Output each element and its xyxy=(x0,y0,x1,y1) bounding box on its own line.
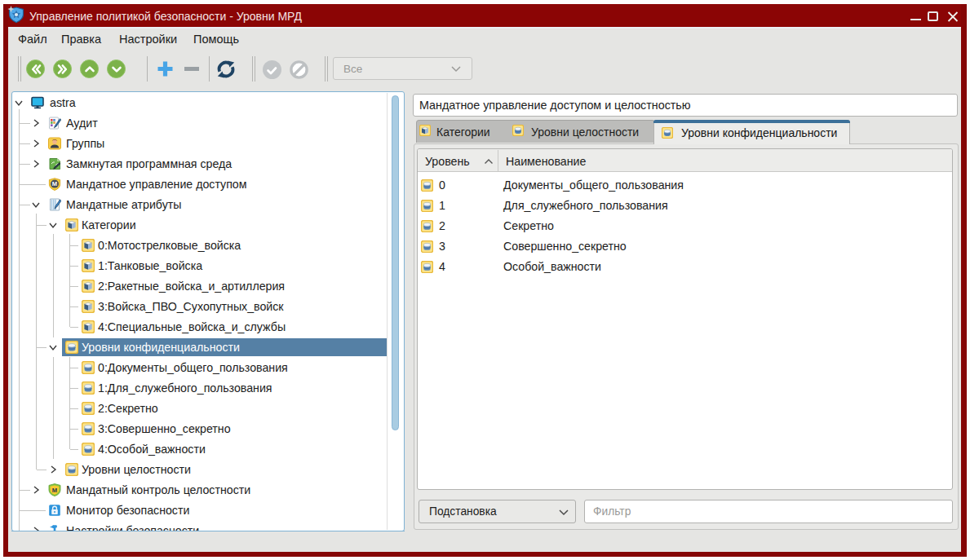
svg-text:M: M xyxy=(52,487,57,494)
svg-text:M: M xyxy=(52,180,57,187)
